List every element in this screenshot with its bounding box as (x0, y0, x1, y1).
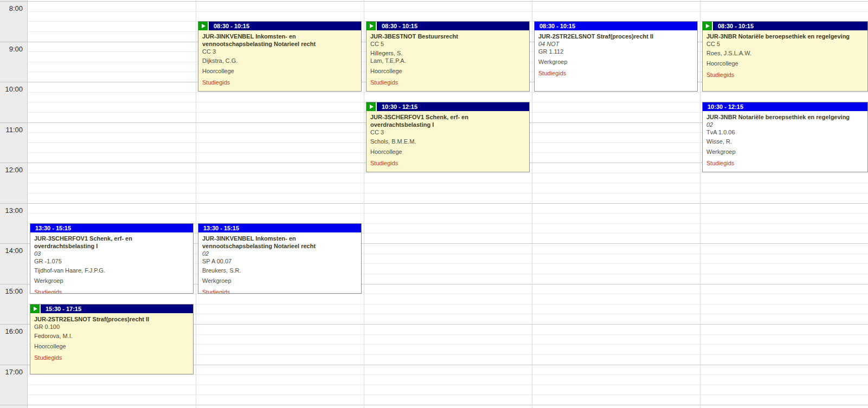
quarter-grid-line (28, 11, 868, 12)
event-lecturers: Hillegers, S.Lam, T.E.P.A. (370, 49, 525, 64)
event-activity-type: Hoorcollege (370, 67, 525, 75)
studiegids-link[interactable]: Studiegids (538, 70, 566, 76)
play-icon[interactable] (367, 102, 377, 111)
event-time-range: 08:30 - 10:15 (209, 22, 361, 30)
event-lecturer: Hillegers, S. (370, 49, 525, 57)
event-header: 13:30 - 15:15 (30, 224, 193, 232)
time-label: 9:00 (0, 45, 23, 53)
studiegids-link[interactable]: Studiegids (370, 160, 398, 166)
studiegids-link-row: Studiegids (706, 159, 863, 167)
event-room: CC 3 (202, 48, 357, 55)
studiegids-link[interactable]: Studiegids (706, 160, 734, 166)
event-course-title: JUR-3BESTNOT Bestuursrecht (370, 33, 525, 40)
event-header: 08:30 - 10:15 (198, 22, 361, 30)
day-column-line (196, 0, 196, 408)
hour-grid-line (0, 405, 868, 405)
event-header: 08:30 - 10:15 (535, 22, 697, 30)
studiegids-link-row: Studiegids (538, 69, 693, 77)
event-block[interactable]: 08:30 - 10:15JUR-3NBR Notariële beroepse… (702, 21, 868, 92)
time-label: 16:00 (0, 327, 23, 335)
event-activity-type: Werkgroep (706, 148, 863, 156)
hour-grid-line (0, 203, 868, 204)
event-time-range: 10:30 - 12:15 (377, 102, 529, 111)
event-room: CC 5 (706, 40, 863, 48)
time-label: 13:00 (0, 206, 23, 215)
event-lecturers: Dijkstra, C.G. (202, 57, 357, 64)
quarter-grid-line (28, 385, 868, 385)
event-time-range: 08:30 - 10:15 (535, 22, 697, 30)
quarter-grid-line (28, 294, 868, 294)
play-triangle (370, 105, 374, 109)
event-activity-type: Werkgroep (538, 58, 693, 66)
event-group-number: 03 (34, 250, 189, 257)
play-triangle (202, 24, 205, 28)
event-activity-type: Hoorcollege (34, 342, 189, 350)
event-lecturer: Dijkstra, C.G. (202, 57, 357, 64)
event-body: JUR-3SCHERFOV1 Schenk, erf- en overdrach… (367, 111, 529, 172)
event-block[interactable]: 08:30 - 10:15JUR-3INKVENBEL Inkomsten- e… (198, 21, 362, 92)
hour-grid-line (0, 1, 868, 2)
event-block[interactable]: 08:30 - 10:15JUR-3BESTNOT BestuursrechtC… (366, 21, 530, 92)
studiegids-link-row: Studiegids (202, 288, 357, 293)
time-axis-column (0, 0, 28, 408)
event-course-title: JUR-3INKVENBEL Inkomsten- en vennootscha… (202, 235, 357, 250)
event-header: 13:30 - 15:15 (198, 224, 361, 232)
event-lecturers: Fedorova, M.I. (34, 332, 189, 340)
event-course-title: JUR-3SCHERFOV1 Schenk, erf- en overdrach… (370, 113, 525, 128)
event-block[interactable]: 10:30 - 12:15JUR-3NBR Notariële beroepse… (702, 102, 868, 172)
studiegids-link-row: Studiegids (34, 354, 189, 361)
event-group-number: 02 (202, 250, 357, 257)
event-room: CC 3 (370, 128, 525, 136)
event-room: GR 0.100 (34, 323, 189, 331)
event-time-range: 08:30 - 10:15 (713, 22, 867, 30)
studiegids-link-row: Studiegids (34, 288, 189, 293)
time-label: 15:00 (0, 287, 23, 295)
event-block[interactable]: 10:30 - 12:15JUR-3SCHERFOV1 Schenk, erf-… (366, 102, 530, 172)
event-block[interactable]: 13:30 - 15:15JUR-3SCHERFOV1 Schenk, erf-… (30, 223, 194, 294)
event-course-title: JUR-3SCHERFOV1 Schenk, erf- en overdrach… (34, 235, 189, 250)
day-column-line (532, 0, 532, 408)
event-body: JUR-3NBR Notariële beroepsethiek en rege… (703, 111, 867, 172)
studiegids-link[interactable]: Studiegids (370, 79, 398, 86)
event-lecturers: Schols, B.M.E.M. (370, 138, 525, 145)
play-icon[interactable] (703, 22, 713, 30)
event-block[interactable]: 08:30 - 10:15JUR-2STR2ELSNOT Straf(proce… (534, 21, 698, 92)
time-label: 14:00 (0, 247, 23, 255)
event-body: JUR-2STR2ELSNOT Straf(proces)recht IIGR … (30, 313, 193, 374)
play-icon[interactable] (30, 305, 41, 313)
event-block[interactable]: 15:30 - 17:15JUR-2STR2ELSNOT Straf(proce… (30, 304, 194, 374)
quarter-grid-line (28, 183, 868, 183)
play-icon[interactable] (198, 22, 209, 30)
play-triangle (706, 24, 710, 28)
event-body: JUR-3INKVENBEL Inkomsten- en vennootscha… (198, 30, 361, 91)
event-course-title: JUR-2STR2ELSNOT Straf(proces)recht II (538, 33, 693, 40)
event-header: 10:30 - 12:15 (703, 102, 867, 111)
event-lecturers: Roes, J.S.L.A.W. (706, 49, 863, 57)
event-lecturer: Fedorova, M.I. (34, 332, 189, 340)
day-column-line (364, 0, 364, 408)
time-label: 8:00 (0, 4, 23, 12)
studiegids-link[interactable]: Studiegids (202, 79, 230, 86)
studiegids-link[interactable]: Studiegids (34, 354, 62, 361)
play-icon[interactable] (367, 22, 377, 30)
event-activity-type: Werkgroep (202, 277, 357, 284)
event-lecturers: Wisse, R. (706, 138, 863, 145)
event-block[interactable]: 13:30 - 15:15JUR-3INKVENBEL Inkomsten- e… (198, 223, 362, 294)
time-label: 10:00 (0, 85, 23, 93)
quarter-grid-line (28, 374, 868, 375)
studiegids-link[interactable]: Studiegids (202, 289, 230, 293)
event-room: CC 5 (370, 40, 525, 48)
event-lecturers: Breukers, S.R. (202, 267, 357, 274)
studiegids-link[interactable]: Studiegids (706, 72, 734, 78)
studiegids-link-row: Studiegids (202, 79, 357, 86)
event-header: 08:30 - 10:15 (367, 22, 529, 30)
studiegids-link[interactable]: Studiegids (34, 289, 62, 293)
studiegids-link-row: Studiegids (706, 71, 863, 79)
event-course-title: JUR-3NBR Notariële beroepsethiek en rege… (706, 113, 863, 121)
event-course-title: JUR-2STR2ELSNOT Straf(proces)recht II (34, 315, 189, 323)
event-room: TvA 1.0.06 (706, 128, 863, 136)
event-header: 08:30 - 10:15 (703, 22, 867, 30)
event-room: GR -1.075 (34, 257, 189, 265)
event-time-range: 10:30 - 12:15 (703, 102, 867, 111)
timetable-week-grid: 8:009:0010:0011:0012:0013:0014:0015:0016… (0, 0, 868, 408)
